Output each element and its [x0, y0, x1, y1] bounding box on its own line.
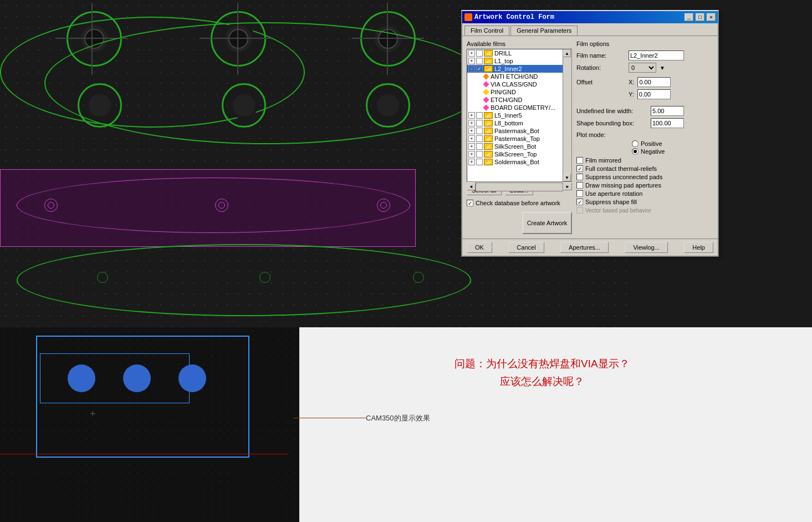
pink-oval [17, 178, 410, 233]
tree-item-etch-gnd[interactable]: ETCH/GND [483, 96, 563, 104]
tree-scrollbar[interactable]: ▲ ▼ [563, 49, 571, 181]
scroll-down-btn[interactable]: ▼ [563, 174, 571, 181]
expand-l5inner5[interactable]: + [468, 112, 475, 119]
film-name-input[interactable] [629, 50, 684, 60]
expand-l1top[interactable]: + [468, 58, 475, 64]
vector-pad-checkbox[interactable] [576, 207, 583, 214]
tab-general-params[interactable]: General Parameters [510, 26, 578, 36]
film-mirrored-label: Film mirrored [585, 157, 621, 164]
offset-y-row: Y: [576, 89, 713, 99]
shape-bbox-input[interactable] [651, 118, 684, 128]
maximize-button[interactable]: □ [696, 13, 704, 21]
question-text: 问题：为什么没有热焊盘和VIA显示？ 应该怎么解决呢？ [454, 355, 630, 391]
check-l5inner5[interactable] [476, 112, 483, 119]
tree-item-l1top[interactable]: + 📁 L1_top [467, 57, 563, 65]
check-db-row: ✓ Check database before artwork [467, 200, 572, 206]
check-drill[interactable] [476, 50, 483, 57]
expand-silkscreen-top[interactable]: + [468, 151, 475, 158]
tree-item-l2inner2[interactable]: - ✓ 📂 L2_Inner2 [467, 65, 563, 73]
tree-item-silkscreen-top[interactable]: + 📁 SilkScreen_Top [467, 150, 563, 158]
dialog-tabs: Film Control General Parameters [462, 23, 718, 36]
bottom-pad-1 [97, 272, 108, 283]
blue-pad-3 [178, 364, 206, 392]
tree-item-board-geo[interactable]: BOARD GEOMETRY/... [483, 104, 563, 112]
offset-x-input[interactable] [637, 77, 671, 87]
check-pastermask-bot[interactable] [476, 128, 483, 134]
minimize-button[interactable]: _ [685, 13, 693, 21]
dialog-titlebar: Artwork Control Form _ □ ✕ [462, 11, 718, 23]
close-button[interactable]: ✕ [707, 13, 716, 21]
tree-item-pastermask-top[interactable]: + 📁 Pastermask_Top [467, 135, 563, 143]
tree-item-soldermask-bot[interactable]: + 📁 Soldermask_Bot [467, 158, 563, 166]
check-pastermask-top[interactable] [476, 135, 483, 142]
film-name-row: Film name: [576, 50, 713, 60]
inner-rect [40, 353, 190, 403]
create-artwork-button[interactable]: Create Artwork [522, 212, 572, 234]
check-silkscreen-top[interactable] [476, 151, 483, 158]
expand-soldermask-bot[interactable]: + [468, 159, 475, 165]
dialog-content: Available films + 📁 DRILL + 📁 [462, 36, 718, 239]
check-l8bottom[interactable] [476, 120, 483, 126]
pink-pad-1-inner [48, 202, 54, 209]
draw-missing-checkbox[interactable] [576, 182, 583, 189]
available-films-label: Available films [467, 40, 572, 47]
use-aperture-checkbox[interactable] [576, 190, 583, 197]
help-button[interactable]: Help [684, 242, 713, 253]
shape-bbox-row: Shape bounding box: [576, 118, 713, 128]
tree-item-pin-gnd[interactable]: PIN/GND [483, 88, 563, 96]
tree-item-pastermask-bot[interactable]: + 📁 Pastermask_Bot [467, 127, 563, 135]
artwork-dialog: Artwork Control Form _ □ ✕ Film Control … [461, 10, 719, 257]
negative-radio[interactable] [632, 148, 639, 155]
check-db-label: Check database before artwork [476, 200, 560, 206]
full-contact-row: ✓ Full contact thermal-reliefs [576, 165, 713, 172]
expand-drill[interactable]: + [468, 50, 475, 57]
tree-item-l5inner5[interactable]: + 📁 L5_Inner5 [467, 112, 563, 119]
undef-line-label: Undefined line width: [576, 108, 648, 114]
check-l1top[interactable] [476, 58, 483, 64]
expand-pastermask-top[interactable]: + [468, 135, 475, 142]
positive-radio[interactable] [632, 140, 639, 147]
bottom-pad-2 [259, 272, 270, 283]
cancel-button[interactable]: Cancel [508, 242, 544, 253]
tree-item-silkscreen-bot[interactable]: + 📁 SilkScreen_Bot [467, 143, 563, 150]
offset-y-input[interactable] [637, 89, 671, 99]
spacer-1 [576, 102, 713, 106]
full-contact-label: Full contact thermal-reliefs [585, 165, 657, 172]
expand-silkscreen-bot[interactable]: + [468, 143, 475, 150]
check-db-checkbox[interactable]: ✓ [467, 200, 473, 206]
tree-item-l8bottom[interactable]: + 📁 L8_bottom [467, 119, 563, 127]
film-tree[interactable]: + 📁 DRILL + 📁 L1_top - [467, 49, 572, 182]
h-scrollbar-track[interactable] [476, 183, 563, 191]
suppress-shape-checkbox[interactable]: ✓ [576, 199, 583, 205]
film-mirrored-checkbox[interactable] [576, 157, 583, 164]
rotation-label: Rotation: [576, 64, 626, 71]
undef-line-row: Undefined line width: [576, 106, 713, 116]
tree-item-via-class[interactable]: VIA CLASS/GND [483, 80, 563, 88]
check-silkscreen-bot[interactable] [476, 143, 483, 150]
tree-item-anti-etch[interactable]: ANTI ETCH/GND [483, 73, 563, 80]
full-contact-checkbox[interactable]: ✓ [576, 165, 583, 172]
folder-l5inner5: 📁 [484, 112, 493, 119]
diamond-via-class [483, 81, 489, 87]
scroll-left-btn[interactable]: ◄ [467, 183, 476, 190]
dialog-footer: OK Cancel Apertures... Viewlog... Help [462, 239, 718, 256]
plot-mode-group: Plot mode: Positive Negative [576, 131, 713, 155]
rotation-select[interactable]: 0 90 180 270 [629, 63, 656, 73]
viewlog-button[interactable]: Viewlog... [625, 242, 668, 253]
expand-pastermask-bot[interactable]: + [468, 128, 475, 134]
rotation-dropdown-arrow: ▼ [660, 65, 665, 71]
apertures-button[interactable]: Apertures... [560, 242, 609, 253]
ok-button[interactable]: OK [467, 242, 492, 253]
tab-film-control[interactable]: Film Control [464, 26, 509, 36]
scroll-right-btn[interactable]: ► [563, 183, 572, 190]
red-line [0, 454, 288, 454]
expand-l8bottom[interactable]: + [468, 120, 475, 126]
undef-line-input[interactable] [651, 106, 684, 116]
suppress-unconn-checkbox[interactable] [576, 174, 583, 180]
scroll-up-btn[interactable]: ▲ [563, 49, 571, 57]
check-soldermask-bot[interactable] [476, 159, 483, 165]
green-oval-2 [44, 22, 488, 144]
check-l2inner2[interactable]: ✓ [476, 65, 483, 72]
tree-item-drill[interactable]: + 📁 DRILL [467, 49, 563, 57]
expand-l2inner2[interactable]: - [468, 65, 475, 72]
